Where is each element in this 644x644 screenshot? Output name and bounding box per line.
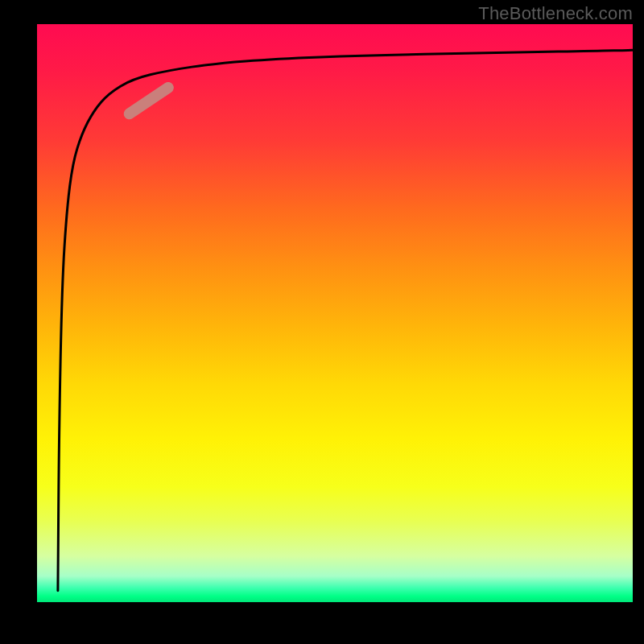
attribution-text: TheBottleneck.com bbox=[478, 3, 633, 24]
plot-area bbox=[37, 24, 633, 602]
chart-frame: TheBottleneck.com bbox=[0, 0, 644, 644]
